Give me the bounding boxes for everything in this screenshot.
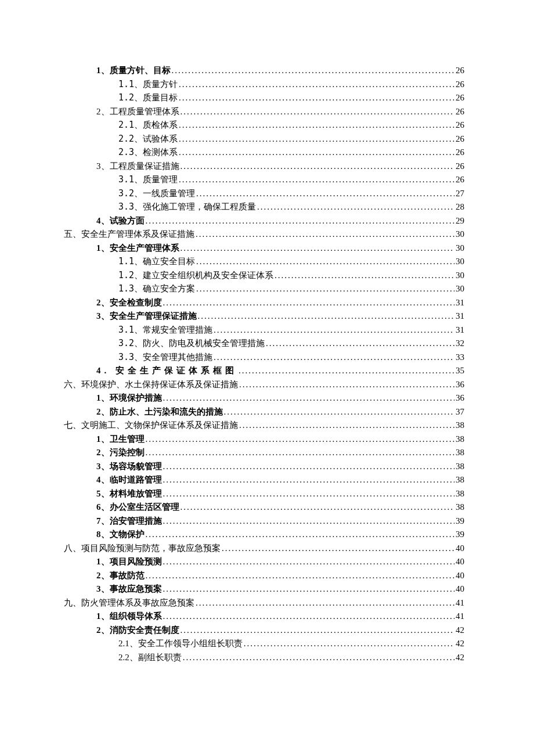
toc-entry-page: 38	[456, 460, 464, 474]
toc-entry: 3.3、安全管理其他措施33	[64, 351, 464, 365]
toc-entry-label: 1.3、确立安全方案	[118, 282, 195, 296]
toc-leader-dots	[181, 242, 455, 255]
toc-entry-label: 1.1、确立安全目标	[118, 255, 195, 269]
toc-entry-label: 九、防火管理体系及事故应急预案	[64, 596, 194, 610]
toc-entry-page: 38	[456, 487, 464, 501]
toc-entry-page: 41	[456, 596, 464, 610]
toc-entry: 1、环境保护措施36	[64, 391, 464, 405]
toc-leader-dots	[222, 542, 454, 556]
toc-entry: 1、质量方针、目标26	[64, 64, 464, 78]
toc-entry-page: 38	[456, 433, 464, 447]
toc-entry-label: 2、事故防范	[96, 569, 145, 583]
toc-entry: 1、项目风险预测40	[64, 555, 464, 569]
toc-entry: 4、试验方面29	[64, 214, 464, 228]
toc-entry: 2.2、副组长职责42	[64, 651, 464, 665]
toc-leader-dots	[163, 555, 455, 569]
toc-leader-dots	[266, 337, 454, 351]
toc-entry-label: 2.1、安全工作领导小组组长职责	[118, 637, 243, 651]
toc-entry-label: 3、场容场貌管理	[96, 460, 162, 474]
toc-entry: 5、材料堆放管理38	[64, 487, 464, 501]
toc-leader-dots	[179, 118, 454, 132]
toc-entry: 3.3、强化施工管理，确保工程质量28	[64, 200, 464, 214]
toc-entry: 1、卫生管理38	[64, 433, 464, 447]
toc-entry-page: 35	[456, 364, 464, 378]
toc-leader-dots	[196, 282, 454, 296]
toc-leader-dots	[196, 255, 454, 269]
toc-entry-label: 1、项目风险预测	[96, 555, 162, 569]
toc-entry-label: 8、文物保护	[96, 528, 145, 542]
toc-leader-dots	[183, 651, 454, 665]
toc-leader-dots	[146, 446, 455, 460]
toc-entry: 1、安全生产管理体系30	[64, 242, 464, 255]
toc-entry-label: 3.2、一线质量管理	[118, 187, 195, 201]
toc-leader-dots	[172, 64, 455, 78]
toc-leader-dots	[146, 569, 455, 583]
toc-entry-page: 40	[456, 582, 464, 596]
toc-entry: 4、临时道路管理38	[64, 473, 464, 487]
toc-entry-page: 29	[456, 214, 464, 228]
toc-entry: 2.3、检测体系26	[64, 146, 464, 160]
toc-entry: 1、组织领导体系41	[64, 610, 464, 624]
toc-entry-page: 40	[456, 555, 464, 569]
toc-entry: 1.3、确立安全方案30	[64, 282, 464, 296]
toc-leader-dots	[146, 433, 455, 447]
toc-entry-page: 27	[456, 187, 464, 201]
toc-entry-page: 32	[456, 337, 464, 351]
toc-leader-dots	[163, 487, 455, 501]
toc-leader-dots	[163, 514, 455, 528]
toc-leader-dots	[196, 228, 454, 242]
toc-entry: 3、场容场貌管理38	[64, 460, 464, 474]
toc-entry-label: 1.1、质量方针	[118, 78, 178, 92]
toc-entry-page: 26	[456, 160, 464, 174]
toc-entry-page: 38	[456, 501, 464, 514]
toc-leader-dots	[181, 624, 455, 638]
toc-entry-page: 30	[456, 269, 464, 283]
toc-leader-dots	[275, 269, 454, 283]
toc-leader-dots	[179, 78, 454, 92]
toc-entry: 九、防火管理体系及事故应急预案41	[64, 596, 464, 610]
toc-entry-page: 40	[456, 569, 464, 583]
toc-leader-dots	[214, 351, 454, 365]
toc-entry-page: 26	[456, 105, 464, 119]
toc-entry-label: 3.1、质量管理	[118, 173, 178, 187]
toc-entry: 八、项目风险预测与防范，事故应急预案40	[64, 542, 464, 556]
toc-leader-dots	[179, 132, 454, 146]
toc-entry-label: 5、材料堆放管理	[96, 487, 162, 501]
toc-entry-label: 7、治安管理措施	[96, 514, 162, 528]
toc-entry-page: 26	[456, 64, 464, 78]
toc-entry: 4. 安全生产保证体系框图35	[64, 364, 464, 378]
toc-leader-dots	[163, 473, 455, 487]
toc-entry-label: 3、安全生产管理保证措施	[96, 309, 197, 323]
toc-entry: 7、治安管理措施39	[64, 514, 464, 528]
toc-entry: 2、事故防范40	[64, 569, 464, 583]
toc-leader-dots	[179, 173, 454, 187]
toc-entry-label: 2、消防安全责任制度	[96, 624, 179, 638]
toc-entry: 2、消防安全责任制度42	[64, 624, 464, 638]
toc-entry-label: 4、试验方面	[96, 214, 145, 228]
toc-entry-label: 3、事故应急预案	[96, 582, 162, 596]
toc-entry-label: 2、防止水、土污染和流失的措施	[96, 405, 223, 419]
toc-entry: 3、工程质量保证措施26	[64, 160, 464, 174]
toc-leader-dots	[214, 323, 454, 337]
toc-leader-dots	[239, 378, 454, 392]
toc-entry-label: 3、工程质量保证措施	[96, 160, 179, 174]
toc-entry-page: 31	[456, 323, 464, 337]
toc-entry-label: 六、环境保护、水土保持保证体系及保证措施	[64, 378, 238, 392]
toc-leader-dots	[224, 405, 455, 419]
toc-entry: 2.2、试验体系26	[64, 132, 464, 146]
toc-entry-label: 4、临时道路管理	[96, 473, 162, 487]
toc-entry: 3.1、常规安全管理措施31	[64, 323, 464, 337]
toc-entry-page: 38	[456, 446, 464, 460]
toc-leader-dots	[163, 460, 455, 474]
toc-entry-page: 36	[456, 391, 464, 405]
toc-leader-dots	[163, 296, 455, 310]
toc-leader-dots	[179, 146, 454, 160]
toc-entry-page: 39	[456, 514, 464, 528]
toc-entry-page: 30	[456, 255, 464, 269]
toc-entry-page: 38	[456, 473, 464, 487]
toc-entry: 2.1、安全工作领导小组组长职责42	[64, 637, 464, 651]
toc-entry: 2、防止水、土污染和流失的措施37	[64, 405, 464, 419]
toc-entry-page: 42	[456, 637, 464, 651]
toc-entry-page: 26	[456, 173, 464, 187]
toc-entry-label: 1、质量方针、目标	[96, 64, 171, 78]
